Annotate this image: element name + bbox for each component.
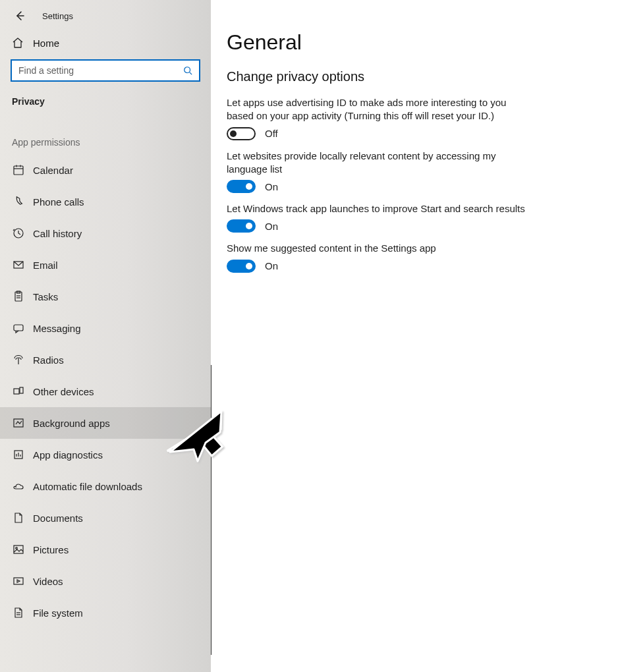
email-icon [12, 259, 25, 271]
sidebar-item-label: File system [33, 607, 83, 619]
back-arrow-icon [14, 11, 25, 21]
sidebar-item-tasks[interactable]: Tasks [0, 281, 211, 312]
toggle-state-label: On [265, 181, 278, 192]
sidebar-item-email[interactable]: Email [0, 249, 211, 281]
sidebar-item-radios[interactable]: Radios [0, 344, 211, 376]
back-button[interactable] [12, 8, 28, 24]
search-box[interactable] [11, 59, 200, 82]
sidebar-item-label: Documents [33, 513, 83, 524]
section-title: Privacy [0, 91, 211, 119]
content: General Change privacy options Let apps … [211, 0, 622, 672]
search-input[interactable] [18, 65, 183, 76]
sidebar-item-label: Automatic file downloads [33, 481, 142, 492]
resize-divider[interactable] [211, 365, 212, 655]
option-description: Let Windows track app launches to improv… [227, 202, 530, 215]
sidebar-home-label: Home [33, 38, 59, 49]
privacy-option-2: Let Windows track app launches to improv… [227, 202, 530, 233]
document-icon [12, 512, 25, 524]
sidebar: Settings Home Privacy App permissions Ca… [0, 0, 211, 672]
file-system-icon [12, 607, 25, 619]
sidebar-item-label: Phone calls [33, 196, 84, 208]
toggle-switch[interactable] [227, 260, 256, 273]
sidebar-item-automatic-file-downloads[interactable]: Automatic file downloads [0, 470, 211, 502]
radios-icon [12, 354, 25, 366]
toggle-state-label: Off [265, 128, 278, 139]
svg-rect-16 [20, 387, 23, 393]
svg-point-20 [16, 547, 18, 549]
title-bar: Settings [0, 0, 211, 29]
toggle-state-label: On [265, 221, 278, 232]
sidebar-item-call-history[interactable]: Call history [0, 217, 211, 249]
history-icon [12, 227, 25, 239]
svg-rect-15 [14, 389, 19, 394]
option-description: Let websites provide locally relevant co… [227, 150, 530, 177]
sidebar-item-label: Tasks [33, 291, 58, 302]
group-label: App permissions [0, 119, 211, 154]
home-icon [12, 37, 25, 49]
toggle-switch[interactable] [227, 219, 256, 233]
sidebar-home[interactable]: Home [0, 29, 211, 55]
search-icon [183, 66, 192, 75]
svg-rect-21 [14, 578, 23, 584]
sidebar-item-other-devices[interactable]: Other devices [0, 376, 211, 407]
app-diagnostics-icon [12, 449, 25, 461]
toggle-state-label: On [265, 260, 278, 271]
sidebar-item-label: Pictures [33, 544, 69, 555]
sidebar-item-label: Videos [33, 576, 63, 587]
messaging-icon [12, 322, 25, 334]
sidebar-item-background-apps[interactable]: Background apps [0, 407, 211, 439]
sidebar-item-label: Radios [33, 354, 64, 366]
sidebar-item-videos[interactable]: Videos [0, 565, 211, 597]
sidebar-nav: CalendarPhone callsCall historyEmailTask… [0, 154, 211, 629]
sidebar-item-label: Calendar [33, 165, 73, 176]
option-description: Show me suggested content in the Setting… [227, 242, 530, 255]
sidebar-item-label: App diagnostics [33, 449, 103, 461]
sidebar-item-calendar[interactable]: Calendar [0, 154, 211, 186]
sidebar-item-label: Background apps [33, 418, 110, 429]
page-title: General [227, 30, 606, 55]
toggle-switch[interactable] [227, 127, 256, 140]
svg-marker-22 [17, 580, 20, 582]
sidebar-item-app-diagnostics[interactable]: App diagnostics [0, 439, 211, 470]
svg-rect-19 [14, 546, 23, 553]
svg-rect-3 [14, 166, 23, 175]
sidebar-item-phone-calls[interactable]: Phone calls [0, 186, 211, 217]
cloud-download-icon [12, 480, 25, 492]
sidebar-item-pictures[interactable]: Pictures [0, 534, 211, 565]
svg-rect-17 [14, 419, 23, 427]
sidebar-item-label: Other devices [33, 386, 94, 397]
sidebar-item-documents[interactable]: Documents [0, 502, 211, 534]
videos-icon [12, 575, 25, 587]
app-title: Settings [42, 11, 73, 21]
sidebar-item-file-system[interactable]: File system [0, 597, 211, 629]
svg-point-1 [184, 67, 190, 73]
sidebar-item-label: Call history [33, 228, 82, 239]
phone-icon [12, 196, 25, 208]
tasks-icon [12, 291, 25, 302]
sidebar-item-label: Email [33, 260, 58, 271]
toggle-switch[interactable] [227, 180, 256, 193]
option-description: Let apps use advertising ID to make ads … [227, 96, 530, 123]
other-devices-icon [12, 385, 25, 397]
background-apps-icon [12, 417, 25, 429]
page-subhead: Change privacy options [227, 69, 606, 84]
svg-rect-13 [14, 325, 23, 331]
pictures-icon [12, 544, 25, 555]
calendar-icon [12, 164, 25, 176]
sidebar-item-label: Messaging [33, 323, 81, 334]
privacy-option-1: Let websites provide locally relevant co… [227, 150, 530, 194]
sidebar-item-messaging[interactable]: Messaging [0, 312, 211, 344]
privacy-option-0: Let apps use advertising ID to make ads … [227, 96, 530, 140]
svg-line-2 [190, 72, 192, 75]
privacy-option-3: Show me suggested content in the Setting… [227, 242, 530, 272]
